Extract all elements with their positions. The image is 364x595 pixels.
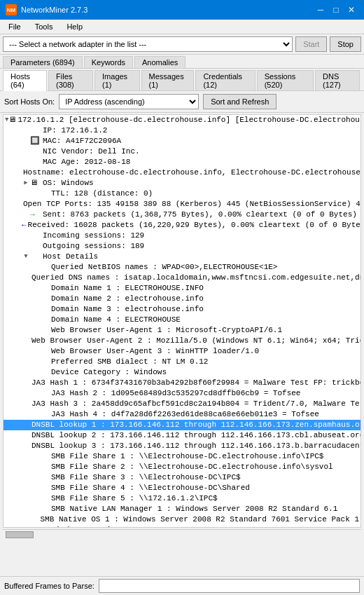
tree-item-text: SMB File Share 3 : \\Electrohouse-DC\IPC…	[51, 472, 241, 483]
tab-keywords[interactable]: Keywords	[84, 56, 133, 68]
tree-item[interactable]: Incoming sessions: 129	[4, 231, 360, 241]
tree-item[interactable]: Preferred SMB dialect : NT LM 0.12	[4, 357, 360, 367]
tree-item[interactable]: Web Browser User-Agent 1 : Microsoft-Cry…	[4, 325, 360, 336]
tree-item[interactable]: Web Browser User-Agent 2 : Mozilla/5.0 (…	[4, 336, 360, 346]
tab-files[interactable]: Files (308)	[48, 70, 93, 90]
tree-item-text: OS: Windows	[43, 178, 94, 189]
tree-item[interactable]: Device Category : Windows	[4, 367, 360, 378]
tree-item-text: Web Browser User-Agent 2 : Mozilla/5.0 (…	[31, 336, 361, 346]
tree-item-text: Host Details	[43, 252, 98, 262]
adapter-select[interactable]: --- Select a network adapter in the list…	[3, 36, 293, 52]
tree-item[interactable]: SMB Native OS 1 : Windows Server 2008 R2…	[4, 514, 360, 525]
tree-item[interactable]: SMB File Share 2 : \\Electrohouse-DC.ele…	[4, 462, 360, 472]
tree-item[interactable]: NIC Vendor: Dell Inc.	[4, 146, 360, 157]
tree-item[interactable]: Domain Name 2 : electrohouse.info	[4, 294, 360, 304]
minimize-button[interactable]: ─	[314, 3, 328, 17]
buffered-frames-label: Buffered Frames to Parse:	[4, 582, 94, 590]
tree-item-text: DNSBL lookup 2 : 173.166.146.112 through…	[31, 430, 361, 441]
scrollbar-x[interactable]	[3, 529, 361, 539]
tree-item-text: JA3 Hash 1 : 6734f37431670b3ab4292b8f60f…	[31, 378, 361, 388]
scrollbar-thumb[interactable]	[6, 531, 34, 538]
tab-dns[interactable]: DNS (127)	[315, 70, 360, 90]
tree-item[interactable]: MAC Age: 2012-08-18	[4, 157, 360, 167]
tree-item-text: DNSBL lookup 1 : 173.166.146.112 through…	[31, 420, 361, 430]
tree-item-text: Received: 16028 packets (16,220,929 Byte…	[28, 220, 361, 231]
tree-item[interactable]: Windows Version 1 : 6.1	[4, 525, 360, 528]
tree-item[interactable]: Open TCP Ports: 135 49158 389 88 (Kerber…	[4, 199, 360, 210]
menu-file[interactable]: File	[3, 21, 27, 32]
tree-item[interactable]: ▶🖥OS: Windows	[4, 178, 360, 189]
app-title: NetworkMiner 2.7.3	[21, 6, 88, 14]
tree-item[interactable]: DNSBL lookup 2 : 173.166.146.112 through…	[4, 430, 360, 441]
tree-item[interactable]: JA3 Hash 3 : 2a458dd9c65afbcf591cd8c2a19…	[4, 399, 360, 409]
tree-item-text: Outgoing sessions: 189	[43, 241, 144, 252]
tree-item[interactable]: JA3 Hash 4 : d4f7a28d6f2263ed61de88ca68e…	[4, 409, 360, 420]
tree-container[interactable]: ▼🖥172.16.1.2 [electrohouse-dc.electrohou…	[3, 114, 361, 528]
tree-item-text: TTL: 128 (distance: 0)	[51, 189, 153, 199]
tab-messages[interactable]: Messages (1)	[141, 70, 195, 90]
tab-credentials[interactable]: Credentials (12)	[195, 70, 255, 90]
tree-item-text: Preferred SMB dialect : NT LM 0.12	[51, 357, 208, 367]
tree-item-text: Queried NetBIOS names : WPAD<00>,ELECTRO…	[51, 262, 277, 273]
tab-parameters[interactable]: Parameters (6894)	[3, 56, 83, 68]
tree-item-text: Open TCP Ports: 135 49158 389 88 (Kerber…	[23, 199, 361, 210]
tree-item[interactable]: DNSBL lookup 1 : 173.166.146.112 through…	[4, 420, 360, 430]
tree-item[interactable]: →Sent: 8763 packets (1,368,775 Bytes), 0…	[4, 210, 360, 220]
tree-item[interactable]: ▼ Host Details	[4, 252, 360, 262]
tree-item-text: MAC Age: 2012-08-18	[43, 157, 130, 167]
sort-select[interactable]: IP Address (ascending) IP Address (desce…	[59, 94, 199, 109]
close-button[interactable]: ✕	[344, 3, 358, 17]
tree-item[interactable]: SMB File Share 4 : \\Electrohouse-DC\Sha…	[4, 483, 360, 493]
tree-item[interactable]: JA3 Hash 2 : 1d095e68489d3c535297cd8dffb…	[4, 388, 360, 399]
tree-icon: 🔲	[30, 136, 41, 146]
tree-icon: ←	[22, 220, 27, 231]
tree-item[interactable]: Domain Name 1 : ELECTROHOUSE.INFO	[4, 283, 360, 294]
tree-item-text: Incoming sessions: 129	[43, 231, 144, 241]
tree-item[interactable]: IP: 172.16.1.2	[4, 125, 360, 136]
tree-item[interactable]: SMB File Share 1 : \\Electrohouse-DC.ele…	[4, 451, 360, 462]
expand-icon[interactable]: ▼	[22, 252, 30, 262]
tree-item[interactable]: 🔲MAC: A41F72C2096A	[4, 136, 360, 146]
tree-item[interactable]: SMB File Share 5 : \\172.16.1.2\IPC$	[4, 493, 360, 504]
tree-item[interactable]: JA3 Hash 1 : 6734f37431670b3ab4292b8f60f…	[4, 378, 360, 388]
tree-item[interactable]: SMB Native LAN Manager 1 : Windows Serve…	[4, 504, 360, 514]
tree-item[interactable]: SMB File Share 3 : \\Electrohouse-DC\IPC…	[4, 472, 360, 483]
tree-item-text: DNSBL lookup 3 : 173.166.146.112 through…	[31, 441, 361, 451]
menu-tools[interactable]: Tools	[29, 21, 59, 32]
tree-item[interactable]: Queried DNS names : isatap.localdomain,w…	[4, 273, 360, 283]
tab-sessions[interactable]: Sessions (520)	[257, 70, 314, 90]
tree-item[interactable]: TTL: 128 (distance: 0)	[4, 189, 360, 199]
tree-item[interactable]: Web Browser User-Agent 3 : WinHTTP loade…	[4, 346, 360, 357]
buffered-frames-input[interactable]	[99, 579, 360, 593]
tab-images[interactable]: Images (1)	[94, 70, 140, 90]
tree-item-text: SMB File Share 1 : \\Electrohouse-DC.ele…	[51, 451, 323, 462]
tab-hosts[interactable]: Hosts (64)	[3, 70, 47, 91]
tree-item-text: Domain Name 3 : electrohouse.info	[51, 304, 204, 315]
tree-item[interactable]: Outgoing sessions: 189	[4, 241, 360, 252]
tree-item[interactable]: Hostname: electrohouse-dc.electrohouse.i…	[4, 167, 360, 178]
tree-item-text: SMB File Share 4 : \\Electrohouse-DC\Sha…	[51, 483, 250, 493]
app-icon: NM	[6, 4, 17, 15]
tree-item[interactable]: Domain Name 4 : ELECTROHOUSE	[4, 315, 360, 325]
tree-item[interactable]: ▼🖥172.16.1.2 [electrohouse-dc.electrohou…	[4, 115, 360, 125]
stop-button[interactable]: Stop	[330, 36, 361, 52]
tree-item[interactable]: Domain Name 3 : electrohouse.info	[4, 304, 360, 315]
tree-item[interactable]: Queried NetBIOS names : WPAD<00>,ELECTRO…	[4, 262, 360, 273]
tree-item-text: Hostname: electrohouse-dc.electrohouse.i…	[23, 167, 361, 178]
start-button[interactable]: Start	[295, 36, 327, 52]
expand-icon[interactable]: ▶	[22, 178, 30, 189]
maximize-button[interactable]: □	[329, 3, 343, 17]
tree-item-text: Queried DNS names : isatap.localdomain,w…	[31, 273, 361, 283]
tabs-row2: Hosts (64) Files (308) Images (1) Messag…	[0, 69, 364, 91]
menu-help[interactable]: Help	[61, 21, 88, 32]
tab-anomalies[interactable]: Anomalies	[134, 56, 186, 68]
tree-item-text: NIC Vendor: Dell Inc.	[43, 146, 140, 157]
tree-item[interactable]: DNSBL lookup 3 : 173.166.146.112 through…	[4, 441, 360, 451]
tree-item-text: SMB File Share 2 : \\Electrohouse-DC.ele…	[51, 462, 333, 472]
sort-bar: Sort Hosts On: IP Address (ascending) IP…	[0, 91, 364, 113]
tree-item-text: Domain Name 1 : ELECTROHOUSE.INFO	[51, 283, 204, 294]
tree-item-text: Web Browser User-Agent 3 : WinHTTP loade…	[51, 346, 259, 357]
title-bar: NM NetworkMiner 2.7.3 ─ □ ✕	[0, 0, 364, 20]
tree-item[interactable]: ←Received: 16028 packets (16,220,929 Byt…	[4, 220, 360, 231]
sort-refresh-button[interactable]: Sort and Refresh	[203, 94, 276, 109]
